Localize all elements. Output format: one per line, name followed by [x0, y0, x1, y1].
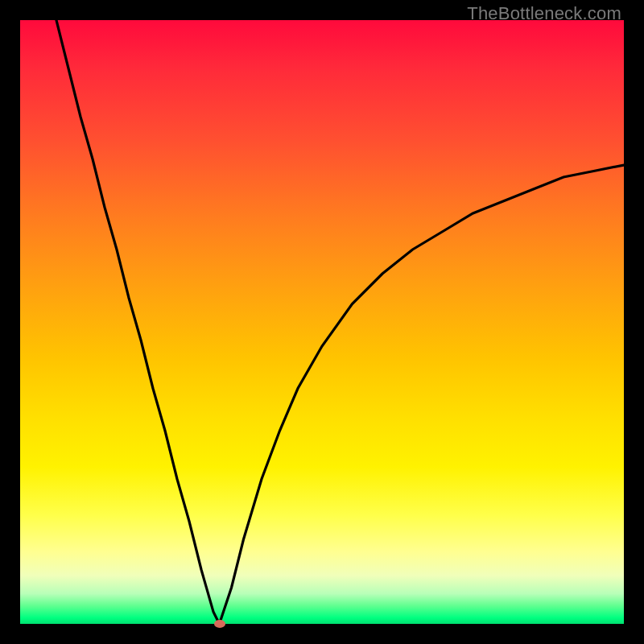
- plot-area: [20, 20, 624, 624]
- chart-container: TheBottleneck.com: [0, 0, 644, 644]
- curve-left-branch: [56, 20, 220, 624]
- minimum-marker: [214, 620, 225, 628]
- curve-right-branch: [220, 165, 625, 624]
- curve-svg: [20, 20, 624, 624]
